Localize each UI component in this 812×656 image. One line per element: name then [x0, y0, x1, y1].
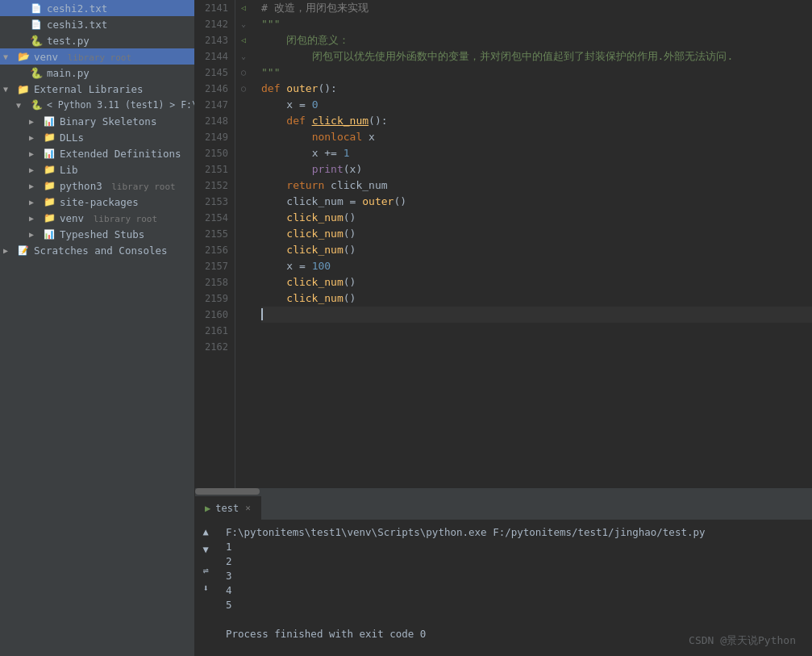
code-line-2154: click_num = outer()	[261, 194, 812, 210]
stubs-icon: 📊	[42, 228, 56, 240]
terminal-control-buttons: ▲ ▼ ⇌ ⬇	[195, 520, 216, 656]
folder-icon: 📁	[42, 131, 56, 144]
sidebar-item-label: test.py	[47, 35, 90, 47]
sidebar-item-extended-definitions[interactable]: ▶ 📊 Extended Definitions	[0, 145, 194, 161]
code-editor[interactable]: 2141214221432144 2145214621472148 214921…	[195, 0, 812, 495]
arrow-open-icon: ▼	[3, 52, 16, 61]
arrow-open-icon: ▼	[16, 101, 29, 110]
scrollbar-thumb[interactable]	[195, 488, 260, 495]
arrow-closed-icon: ▶	[29, 230, 42, 239]
code-line-2145: """	[261, 65, 812, 81]
sidebar-item-label: ceshi2.txt	[47, 2, 107, 15]
code-line-2141: # 改造，用闭包来实现	[261, 0, 812, 16]
line-numbers: 2141214221432144 2145214621472148 214921…	[195, 0, 235, 488]
code-line-2151: print(x)	[261, 161, 812, 178]
arrow-open-icon: ▼	[3, 85, 16, 94]
code-line-2160: click_num()	[261, 290, 812, 307]
sidebar-item-label: Binary Skeletons	[60, 115, 156, 127]
terminal-output-2: 2	[226, 554, 802, 569]
code-content[interactable]: # 改造，用闭包来实现 """ 闭包的意义： 闭包可以优先使用外函数中的变量，并…	[252, 0, 812, 488]
wrap-button[interactable]: ⇌	[202, 564, 209, 577]
terminal-content[interactable]: F:\pytonitems\test1\venv\Scripts\python.…	[216, 520, 812, 656]
scroll-up-button[interactable]: ▲	[202, 525, 209, 538]
sidebar-item-label: External Libraries	[34, 83, 143, 95]
terminal-output-3: 3	[226, 569, 802, 583]
folder-icon: 📁	[16, 82, 31, 95]
code-view: 2141214221432144 2145214621472148 214921…	[195, 0, 812, 488]
sidebar-item-label: Extended Definitions	[60, 148, 181, 160]
sidebar-item-test-py[interactable]: 🐍 test.py	[0, 32, 194, 48]
horizontal-scrollbar[interactable]	[195, 488, 812, 495]
file-icon: 📄	[29, 18, 44, 31]
code-line-2143: 闭包的意义：	[261, 32, 812, 48]
library-icon: 📊	[42, 115, 56, 127]
sidebar-item-label: site-packages	[60, 196, 139, 208]
code-line-2142: """	[261, 16, 812, 32]
console-icon: 📝	[16, 244, 31, 257]
sidebar-item-lib[interactable]: ▶ 📁 Lib	[0, 161, 194, 178]
code-line-2162	[261, 307, 812, 323]
arrow-closed-icon: ▶	[29, 117, 42, 126]
code-line-2157: click_num()	[261, 242, 812, 258]
code-line-2149: nonlocal x	[261, 129, 812, 145]
folder-icon: 📁	[42, 163, 56, 176]
code-line-2147: x = 0	[261, 97, 812, 113]
arrow-closed-icon: ▶	[29, 198, 42, 207]
sidebar-item-site-packages[interactable]: ▶ 📁 site-packages	[0, 194, 194, 210]
sidebar-item-venv2[interactable]: ▶ 📁 venv library root	[0, 210, 194, 226]
sidebar-item-python3[interactable]: ▶ 📁 python3 library root	[0, 178, 194, 194]
main-layout: 📄 ceshi2.txt 📄 ceshi3.txt 🐍 test.py ▼ 📂 …	[0, 0, 812, 656]
code-line-2144: 闭包可以优先使用外函数中的变量，并对闭包中的值起到了封装保护的作用.外部无法访问…	[261, 48, 812, 65]
file-icon: 📄	[29, 2, 44, 15]
sidebar-item-label: python3 library root	[60, 180, 176, 192]
python-icon: 🐍	[29, 34, 44, 47]
python-icon: 🐍	[29, 66, 44, 79]
sidebar-item-label: venv library root	[60, 212, 157, 224]
terminal-output-blank	[226, 612, 802, 627]
arrow-closed-icon: ▶	[29, 149, 42, 158]
code-line-2156: click_num()	[261, 226, 812, 242]
terminal-output-4: 4	[226, 583, 802, 598]
code-line-2150: x += 1	[261, 145, 812, 161]
sidebar-item-typeshed-stubs[interactable]: ▶ 📊 Typeshed Stubs	[0, 226, 194, 242]
folder-icon: 📁	[42, 179, 56, 192]
folder-icon: 📁	[42, 195, 56, 208]
sidebar-item-label: < Python 3.11 (test1) > F:\p	[47, 99, 194, 111]
sidebar-item-main-py[interactable]: 🐍 main.py	[0, 65, 194, 81]
gutter: ◁ ⌄ ◁ ⌄ ○ ○	[235, 0, 252, 488]
folder-icon: 📂	[16, 50, 31, 63]
code-line-2159: click_num()	[261, 274, 812, 290]
sidebar-item-binary-skeletons[interactable]: ▶ 📊 Binary Skeletons	[0, 113, 194, 129]
terminal-area: ▶ test ✕ ▲ ▼ ⇌ ⬇ F:\pytonitems\test1\ven…	[195, 495, 812, 656]
terminal-tab-label: test	[215, 503, 239, 514]
python-icon: 🐍	[29, 98, 44, 111]
sidebar-item-venv[interactable]: ▼ 📂 venv library root	[0, 48, 194, 65]
sidebar-item-external-libraries[interactable]: ▼ 📁 External Libraries	[0, 81, 194, 97]
terminal-output-1: 1	[226, 540, 802, 554]
sidebar-item-dlls[interactable]: ▶ 📁 DLLs	[0, 129, 194, 145]
code-line-2158: x = 100	[261, 258, 812, 274]
editor-terminal-area: 2141214221432144 2145214621472148 214921…	[195, 0, 812, 656]
code-line-2146: def outer():	[261, 81, 812, 97]
close-tab-button[interactable]: ✕	[245, 503, 251, 513]
code-line-2155: click_num()	[261, 210, 812, 226]
sidebar-item-scratches[interactable]: ▶ 📝 Scratches and Consoles	[0, 242, 194, 258]
arrow-closed-icon: ▶	[3, 246, 16, 255]
sidebar-item-python311[interactable]: ▼ 🐍 < Python 3.11 (test1) > F:\p	[0, 97, 194, 113]
pin-button[interactable]: ⬇	[202, 582, 209, 595]
terminal-tabs-bar: ▶ test ✕	[195, 496, 812, 520]
code-line-2152: return click_num	[261, 178, 812, 194]
terminal-output-5: 5	[226, 598, 802, 612]
run-icon: ▶	[205, 503, 210, 514]
arrow-closed-icon: ▶	[29, 133, 42, 142]
sidebar-item-label: Lib	[60, 164, 78, 176]
sidebar-item-ceshi2[interactable]: 📄 ceshi2.txt	[0, 0, 194, 16]
sidebar-item-label: venv library root	[34, 51, 131, 63]
project-sidebar: 📄 ceshi2.txt 📄 ceshi3.txt 🐍 test.py ▼ 📂 …	[0, 0, 195, 656]
sidebar-item-ceshi3[interactable]: 📄 ceshi3.txt	[0, 16, 194, 32]
sidebar-item-label: Scratches and Consoles	[34, 244, 168, 257]
folder-icon: 📁	[42, 211, 56, 224]
arrow-closed-icon: ▶	[29, 165, 42, 174]
terminal-tab-test[interactable]: ▶ test ✕	[195, 496, 261, 520]
scroll-down-button[interactable]: ▼	[202, 543, 209, 556]
